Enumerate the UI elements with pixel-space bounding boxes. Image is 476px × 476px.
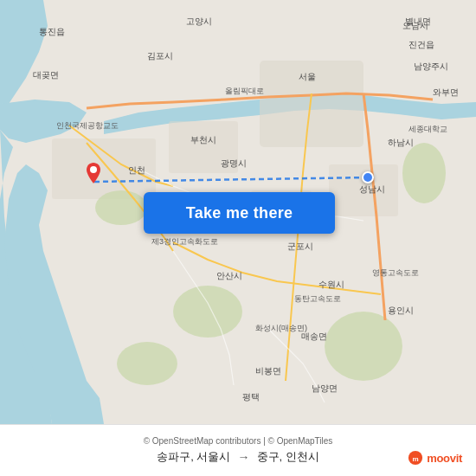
svg-point-10 <box>325 312 402 381</box>
svg-text:김포시: 김포시 <box>147 51 173 61</box>
svg-text:오남시: 오남시 <box>402 21 428 30</box>
svg-text:매송면: 매송면 <box>301 331 327 341</box>
route-label: 송파구, 서울시 → 중구, 인천시 <box>157 449 318 465</box>
arrow-icon: → <box>238 450 250 464</box>
svg-text:m: m <box>413 455 419 463</box>
svg-point-7 <box>402 143 446 203</box>
button-label: Take me there <box>186 204 293 222</box>
svg-text:화성시(매송면): 화성시(매송면) <box>255 324 307 332</box>
svg-text:세종대학교: 세종대학교 <box>408 125 447 133</box>
svg-text:부천시: 부천시 <box>190 135 216 145</box>
svg-text:고양시: 고양시 <box>186 16 212 26</box>
map-container: 통진읍 대곶면 고양시 김포시 인천국제공항교도 부천시 광명시 인천 서울 성… <box>0 0 476 424</box>
svg-text:올림픽대로: 올림픽대로 <box>225 87 264 95</box>
svg-text:성남시: 성남시 <box>359 184 385 194</box>
svg-text:인천국제공항교도: 인천국제공항교도 <box>56 121 119 130</box>
svg-point-6 <box>95 190 147 225</box>
svg-text:제3경인고속화도로: 제3경인고속화도로 <box>151 237 218 246</box>
svg-text:비봉면: 비봉면 <box>255 366 281 376</box>
svg-text:남양주시: 남양주시 <box>414 61 448 71</box>
svg-text:와부면: 와부면 <box>433 87 459 97</box>
svg-point-9 <box>117 342 177 385</box>
svg-text:남양면: 남양면 <box>312 383 338 393</box>
moovit-logo: m moovit <box>408 450 462 466</box>
destination-label: 중구, 인천시 <box>257 449 319 465</box>
attribution: © OpenStreetMap contributors | © OpenMap… <box>144 436 333 446</box>
svg-text:인천: 인천 <box>128 165 145 175</box>
svg-text:서울: 서울 <box>299 72 316 81</box>
moovit-icon: m <box>408 450 423 466</box>
take-me-there-button[interactable]: Take me there <box>144 192 335 234</box>
destination-pin <box>83 163 104 189</box>
svg-text:하남시: 하남시 <box>388 138 414 147</box>
footer: © OpenStreetMap contributors | © OpenMap… <box>0 424 476 476</box>
svg-text:영통고속도로: 영통고속도로 <box>372 268 419 277</box>
svg-text:평택: 평택 <box>242 392 260 402</box>
origin-label: 송파구, 서울시 <box>157 449 230 465</box>
svg-text:대곶면: 대곶면 <box>33 70 59 80</box>
svg-text:군포시: 군포시 <box>287 241 313 251</box>
svg-text:안산시: 안산시 <box>216 271 242 280</box>
svg-text:통진읍: 통진읍 <box>39 27 65 36</box>
svg-text:광명시: 광명시 <box>221 158 247 168</box>
svg-text:진건읍: 진건읍 <box>408 40 434 49</box>
brand-name: moovit <box>427 452 462 465</box>
svg-point-8 <box>173 286 242 338</box>
svg-text:용인시: 용인시 <box>388 306 414 315</box>
svg-point-43 <box>90 166 97 173</box>
origin-marker <box>362 171 374 183</box>
svg-text:동탄고속도로: 동탄고속도로 <box>294 294 341 303</box>
svg-text:수원시: 수원시 <box>318 280 344 289</box>
